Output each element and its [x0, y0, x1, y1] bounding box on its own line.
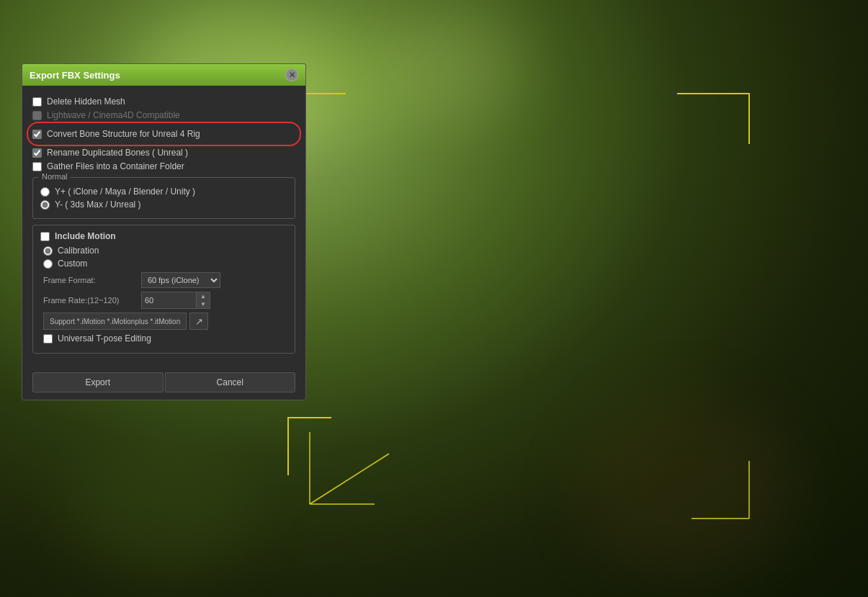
export-button[interactable]: Export — [32, 372, 164, 392]
gather-files-label: Gather Files into a Container Folder — [47, 161, 184, 171]
delete-hidden-mesh-checkbox[interactable] — [32, 97, 42, 107]
delete-hidden-mesh-label: Delete Hidden Mesh — [47, 96, 125, 107]
calibration-label: Calibration — [58, 246, 99, 256]
gather-files-checkbox[interactable] — [32, 162, 42, 171]
lightwave-cinema4d-row: Lightwave / Cinema4D Compatible — [32, 110, 295, 120]
custom-label: Custom — [58, 259, 87, 269]
spin-buttons: ▲ ▼ — [196, 292, 210, 308]
frame-format-label: Frame Format: — [43, 276, 137, 284]
dialog-body: Delete Hidden Mesh Lightwave / Cinema4D … — [22, 86, 305, 367]
axis-lines-bl — [303, 418, 396, 511]
normal-yplus-row[interactable]: Y+ ( iClone / Maya / Blender / Unity ) — [40, 187, 287, 197]
frame-rate-input-wrap: ▲ ▼ — [141, 292, 210, 309]
custom-row[interactable]: Custom — [43, 259, 287, 269]
calibration-row[interactable]: Calibration — [43, 246, 287, 256]
gather-files-row[interactable]: Gather Files into a Container Folder — [32, 161, 295, 171]
convert-bone-checkbox[interactable] — [32, 130, 42, 139]
motion-group: Include Motion Calibration Custom Frame … — [32, 225, 295, 354]
frame-rate-label: Frame Rate:(12~120) — [43, 296, 137, 305]
normal-group-label: Normal — [39, 172, 70, 181]
universal-tpose-row[interactable]: Universal T-pose Editing — [43, 333, 287, 344]
close-icon: ✕ — [289, 71, 295, 79]
normal-yplus-label: Y+ ( iClone / Maya / Blender / Unity ) — [55, 187, 195, 197]
normal-yminus-row[interactable]: Y- ( 3ds Max / Unreal ) — [40, 199, 287, 210]
frame-rate-row: Frame Rate:(12~120) ▲ ▼ — [43, 292, 287, 309]
frame-rate-input[interactable] — [142, 292, 196, 308]
corner-marker-tr — [670, 86, 756, 151]
spin-up-button[interactable]: ▲ — [197, 292, 210, 300]
dialog-footer: Export Cancel — [22, 367, 305, 400]
rename-duplicated-label: Rename Duplicated Bones ( Unreal ) — [47, 148, 188, 158]
frame-format-row: Frame Format: 60 fps (iClone) — [43, 272, 287, 288]
support-row: Support *.iMotion *.iMotionplus *.itMoti… — [43, 313, 287, 330]
corner-marker-br — [684, 454, 756, 526]
lightwave-cinema4d-label: Lightwave / Cinema4D Compatible — [47, 110, 180, 120]
svg-line-0 — [310, 454, 389, 504]
universal-tpose-label: Universal T-pose Editing — [58, 333, 151, 344]
export-icon-button[interactable]: ↗ — [189, 313, 208, 330]
include-motion-checkbox[interactable] — [40, 232, 50, 241]
export-fbx-dialog: Export FBX Settings ✕ Delete Hidden Mesh… — [22, 63, 306, 400]
normal-yplus-radio[interactable] — [40, 187, 50, 197]
normal-yminus-label: Y- ( 3ds Max / Unreal ) — [55, 199, 141, 210]
support-button[interactable]: Support *.iMotion *.iMotionplus *.itMoti… — [43, 313, 187, 330]
rename-duplicated-checkbox[interactable] — [32, 148, 42, 158]
delete-hidden-mesh-row[interactable]: Delete Hidden Mesh — [32, 96, 295, 107]
spin-down-button[interactable]: ▼ — [197, 300, 210, 308]
motion-header[interactable]: Include Motion — [40, 231, 287, 241]
frame-format-select[interactable]: 60 fps (iClone) — [141, 272, 220, 288]
dialog-title-bar: Export FBX Settings ✕ — [22, 64, 305, 86]
cancel-button[interactable]: Cancel — [165, 372, 296, 392]
rename-duplicated-row[interactable]: Rename Duplicated Bones ( Unreal ) — [32, 148, 295, 158]
normal-yminus-radio[interactable] — [40, 200, 50, 210]
motion-body: Calibration Custom Frame Format: 60 fps … — [40, 246, 287, 344]
convert-bone-label: Convert Bone Structure for Unreal 4 Rig — [47, 129, 200, 139]
lightwave-cinema4d-checkbox — [32, 111, 42, 120]
close-button[interactable]: ✕ — [285, 68, 298, 81]
calibration-radio[interactable] — [43, 246, 53, 256]
custom-radio[interactable] — [43, 259, 53, 269]
convert-bone-row[interactable]: Convert Bone Structure for Unreal 4 Rig — [32, 126, 295, 142]
dialog-title-text: Export FBX Settings — [30, 70, 120, 81]
include-motion-label: Include Motion — [55, 231, 116, 241]
normal-group: Normal Y+ ( iClone / Maya / Blender / Un… — [32, 177, 295, 219]
export-arrow-icon: ↗ — [195, 316, 203, 327]
universal-tpose-checkbox[interactable] — [43, 334, 53, 344]
